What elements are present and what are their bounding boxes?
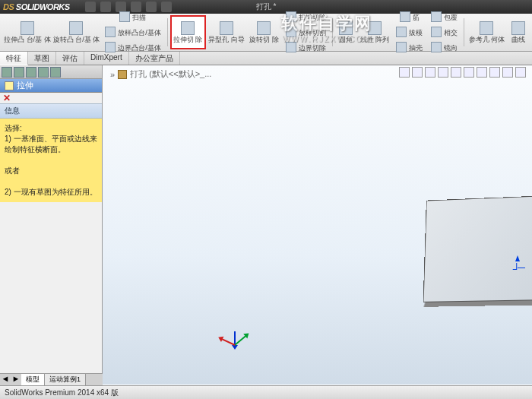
property-mgr-icon[interactable] <box>14 67 24 78</box>
hole-wizard-button[interactable]: 异型孔 向导 <box>207 15 246 49</box>
extrude-icon <box>5 81 14 90</box>
dimxpert-mgr-icon[interactable] <box>38 67 49 78</box>
display-mgr-icon[interactable] <box>50 67 61 78</box>
view-orient-icon[interactable] <box>451 67 461 78</box>
wrap-button[interactable]: 包覆 <box>427 10 461 24</box>
pm-section-header: 信息 <box>0 103 102 119</box>
pm-cancel-button[interactable]: ✕ <box>3 93 11 103</box>
tab-evaluate[interactable]: 评估 <box>56 52 84 65</box>
extrude-boss-button[interactable]: 拉伸凸 台/基 体 <box>3 15 52 49</box>
status-bar: SolidWorks Premium 2014 x64 版 <box>0 385 532 399</box>
tab-prev-icon[interactable]: ◄ <box>0 374 11 385</box>
model-plate[interactable] <box>423 193 532 302</box>
shell-button[interactable]: 抽壳 <box>392 40 426 55</box>
zoom-fit-icon[interactable] <box>399 67 410 78</box>
view-settings-icon[interactable] <box>515 67 526 78</box>
axis-y <box>234 334 247 345</box>
tab-motion-study[interactable]: 运动算例1 <box>45 374 86 385</box>
linear-pattern-button[interactable]: 线性 阵列 <box>357 15 391 49</box>
view-triad[interactable] <box>220 331 251 362</box>
part-icon <box>118 70 127 79</box>
boundary-cut-button[interactable]: 边界切除 <box>282 40 330 55</box>
fillet-button[interactable]: 圆角 <box>335 15 357 49</box>
heads-up-toolbar <box>399 67 526 78</box>
tab-sketch[interactable]: 草图 <box>28 52 56 65</box>
mirror-button[interactable]: 镜向 <box>427 40 461 55</box>
tab-features[interactable]: 特征 <box>0 52 28 65</box>
ribbon-toolbar: 拉伸凸 台/基 体 旋转凸 台/基 体 扫描 放样凸台/基体 边界凸台/基体 拉… <box>0 14 532 52</box>
ref-geometry-button[interactable]: 参考几 何体 <box>467 15 506 49</box>
revolve-cut-button[interactable]: 旋转切 除 <box>247 15 281 49</box>
config-mgr-icon[interactable] <box>26 67 36 78</box>
tab-next-icon[interactable]: ► <box>11 374 21 385</box>
panel-nav-toolbar <box>0 65 102 79</box>
axis-x <box>220 338 235 346</box>
sweep-button[interactable]: 扫描 <box>101 10 165 24</box>
tab-dimxpert[interactable]: DimXpert <box>84 52 129 65</box>
bottom-tabs: ◄ ► 模型 运动算例1 <box>0 373 103 385</box>
pm-title: 拉伸 <box>17 80 33 91</box>
document-title: 打孔 * <box>256 2 277 12</box>
draft-button[interactable]: 拔模 <box>392 25 426 40</box>
loft-cut-button[interactable]: 放样切割 <box>282 25 330 40</box>
flyout-arrow-icon[interactable]: » <box>110 70 115 79</box>
curves-button[interactable]: 曲线 <box>508 15 530 49</box>
feature-manager-panel: 拉伸 ✕ 信息 选择: 1) 一基准面、平面或边线来绘制特征横断面。 或者 2)… <box>0 65 103 385</box>
extrude-cut-button[interactable]: 拉伸切 除 <box>170 15 206 49</box>
rib-button[interactable]: 筋 <box>392 10 426 24</box>
tab-model[interactable]: 模型 <box>21 374 45 385</box>
feature-tree-icon[interactable] <box>2 67 12 78</box>
apply-scene-icon[interactable] <box>502 67 513 78</box>
hide-show-icon[interactable] <box>477 67 487 78</box>
breadcrumb: » 打孔 (默认<<默认>_... <box>110 68 211 80</box>
property-manager-header: 拉伸 <box>0 79 102 93</box>
viewport[interactable]: » 打孔 (默认<<默认>_... ┘ <box>103 65 532 385</box>
loft-button[interactable]: 放样凸台/基体 <box>101 25 165 40</box>
sweep-cut-button[interactable]: 扫描切除 <box>282 10 330 24</box>
tab-office[interactable]: 办公室产品 <box>129 52 180 65</box>
edit-appearance-icon[interactable] <box>489 67 500 78</box>
zoom-area-icon[interactable] <box>412 67 423 78</box>
new-icon[interactable] <box>85 2 96 12</box>
origin-marker: ┘ <box>513 263 521 275</box>
section-view-icon[interactable] <box>438 67 448 78</box>
display-style-icon[interactable] <box>464 67 474 78</box>
revolve-boss-button[interactable]: 旋转凸 台/基 体 <box>52 15 101 49</box>
prev-view-icon[interactable] <box>425 67 435 78</box>
intersect-button[interactable]: 相交 <box>427 25 461 40</box>
pm-message-body: 选择: 1) 一基准面、平面或边线来绘制特征横断面。 或者 2) 一现有草图为特… <box>0 119 102 202</box>
app-logo: DS SOLIDWORKS <box>3 2 70 11</box>
